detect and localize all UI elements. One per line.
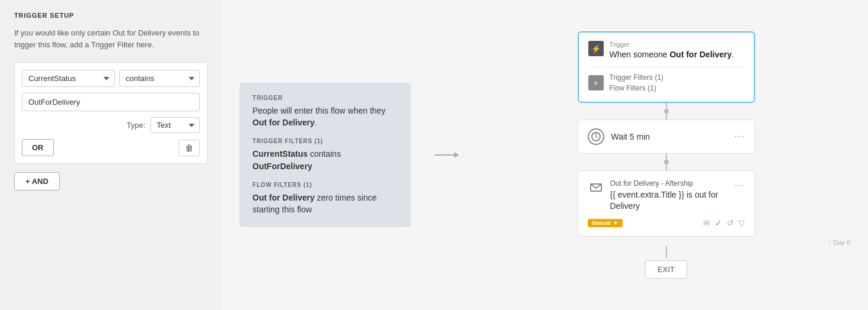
or-button[interactable]: OR	[22, 139, 54, 156]
delete-button[interactable]: 🗑	[179, 140, 200, 156]
trigger-node-text: Trigger When someone Out for Delivery.	[610, 41, 734, 61]
exit-node: EXIT	[645, 260, 687, 279]
filter-actions: OR 🗑	[22, 139, 200, 156]
email-action-icons: ✉ ✓ ↺ ▽	[703, 218, 745, 228]
lightning-icon: ⚡	[588, 41, 604, 56]
filter-lines-icon: ≡	[594, 79, 597, 86]
arrow-line	[435, 154, 458, 156]
email-node[interactable]: Out for Delivery - Aftership {{ event.ex…	[578, 170, 755, 237]
main-area: TRIGGER People will enter this flow when…	[222, 0, 868, 310]
v-line-4	[666, 164, 667, 170]
svg-line-2	[596, 137, 598, 138]
flow-filters-text: Out for Delivery zero times since starti…	[252, 192, 398, 216]
wait-label: Wait 5 min	[611, 132, 727, 141]
clock-svg	[591, 131, 601, 142]
dot-1	[664, 109, 669, 114]
email-node-body: {{ event.extra.Title }} is out for Deliv…	[610, 189, 728, 212]
email-title-text: Out for Delivery - Aftership	[610, 179, 694, 188]
lightning-glyph: ⚡	[591, 44, 601, 53]
v-connector-2	[664, 154, 669, 170]
trigger-main-1: When someone	[610, 50, 670, 59]
trigger-main-bold: Out for Delivery	[669, 50, 731, 59]
email-node-header: Out for Delivery - Aftership {{ event.ex…	[588, 179, 745, 212]
trigger-section-text: People will enter this flow when they Ou…	[252, 105, 398, 129]
v-line-3	[666, 154, 667, 160]
operator-select[interactable]: contains equals does not contain	[119, 70, 200, 87]
flow-filters-label: FLOW FILTERS (1)	[252, 182, 398, 188]
clock-icon	[588, 128, 604, 145]
panel-title: TRIGGER SETUP	[14, 12, 208, 19]
wait-node[interactable]: Wait 5 min ···	[578, 120, 755, 154]
day-label: ↑ Day 0	[673, 239, 850, 246]
trigger-filters-op: contains	[310, 149, 341, 159]
trigger-section-label: TRIGGER	[252, 95, 398, 101]
trigger-node-header: ⚡ Trigger When someone Out for Delivery.	[588, 41, 744, 61]
filter-box: CurrentStatus Status TrackingNumber cont…	[14, 62, 208, 164]
trash-icon: 🗑	[185, 143, 193, 153]
and-button[interactable]: + AND	[14, 172, 60, 190]
trigger-filters-field: CurrentStatus	[252, 149, 307, 159]
trigger-title-small: Trigger	[610, 41, 734, 48]
trigger-text-1: People will enter this flow when they	[252, 106, 386, 115]
trigger-main-end: .	[731, 50, 734, 59]
v-line-1	[666, 103, 667, 109]
trigger-text-end: .	[315, 118, 317, 127]
exit-label: EXIT	[658, 265, 675, 274]
left-panel: TRIGGER SETUP If you would like only cer…	[0, 0, 222, 310]
v-connector-1	[664, 103, 669, 120]
type-label: Type:	[127, 121, 145, 130]
filter-row: CurrentStatus Status TrackingNumber cont…	[22, 70, 200, 87]
filter-lines-text: Trigger Filters (1) Flow Filters (1)	[610, 72, 664, 93]
trigger-filters-label: TRIGGER FILTERS (1)	[252, 138, 398, 144]
trigger-node[interactable]: ⚡ Trigger When someone Out for Delivery.…	[578, 31, 755, 103]
filter-action-icon[interactable]: ▽	[739, 218, 745, 228]
type-row: Type: Text Number Boolean	[22, 117, 200, 133]
filter-line1: Trigger Filters (1)	[610, 72, 664, 83]
v-connector-3	[578, 246, 755, 258]
manual-label: Manual	[592, 220, 611, 226]
v-line-5	[666, 246, 667, 258]
wait-dots[interactable]: ···	[734, 130, 744, 143]
flow-filters-bold: Out for Delivery	[252, 193, 315, 202]
panel-description: If you would like only certain Out for D…	[14, 27, 208, 50]
manual-badge[interactable]: Manual ▼	[588, 219, 623, 227]
trigger-info-card: TRIGGER People will enter this flow when…	[239, 83, 411, 228]
trigger-filters-text: CurrentStatus contains OutForDelivery	[252, 148, 398, 172]
field-select[interactable]: CurrentStatus Status TrackingNumber	[22, 70, 115, 87]
v-line-2	[666, 114, 667, 120]
trigger-filters-value: OutForDelivery	[252, 162, 312, 171]
trigger-node-filters: ≡ Trigger Filters (1) Flow Filters (1)	[588, 67, 744, 93]
dot-2	[664, 160, 669, 164]
trigger-text-bold: Out for Delivery	[252, 118, 315, 127]
envelope-svg	[590, 183, 602, 192]
checkmark-icon[interactable]: ✓	[715, 218, 722, 228]
trigger-title-main: When someone Out for Delivery.	[610, 49, 734, 61]
email-node-title: Out for Delivery - Aftership	[610, 179, 728, 188]
arrow-connector	[435, 154, 458, 156]
email-content: Out for Delivery - Aftership {{ event.ex…	[610, 179, 728, 212]
email-icon	[588, 179, 604, 196]
email-dots[interactable]: ···	[734, 179, 744, 192]
filter-line2: Flow Filters (1)	[610, 83, 664, 93]
flow-canvas: ⚡ Trigger When someone Out for Delivery.…	[482, 31, 850, 279]
filter-value-input[interactable]	[22, 93, 200, 111]
filter-icon-box: ≡	[588, 75, 604, 91]
email-node-footer: Manual ▼ ✉ ✓ ↺ ▽	[588, 218, 745, 228]
chevron-down-icon: ▼	[613, 220, 618, 226]
refresh-icon[interactable]: ↺	[727, 218, 734, 228]
email-send-icon[interactable]: ✉	[703, 218, 710, 228]
type-select[interactable]: Text Number Boolean	[150, 117, 200, 133]
